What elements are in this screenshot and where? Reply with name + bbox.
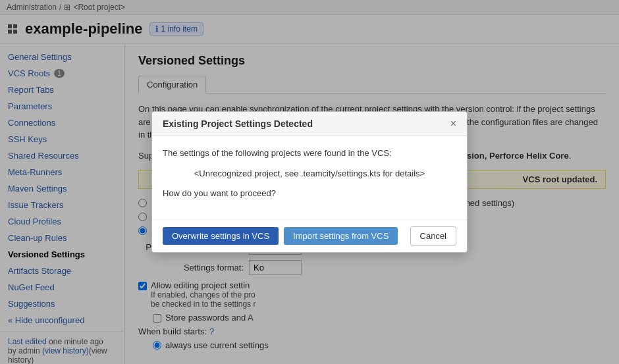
- dialog-project-ref: <Unrecognized project, see .teamcity/set…: [163, 167, 456, 181]
- dialog-proceed-text: How do you want to proceed?: [163, 187, 456, 201]
- dialog-close-button[interactable]: ×: [450, 118, 456, 129]
- dialog: Existing Project Settings Detected × The…: [151, 111, 468, 253]
- dialog-body-line1: The settings of the following projects w…: [163, 147, 456, 161]
- btn-import[interactable]: Import settings from VCS: [284, 227, 398, 245]
- btn-cancel[interactable]: Cancel: [410, 226, 456, 246]
- dialog-body: The settings of the following projects w…: [152, 136, 467, 219]
- dialog-footer: Overwrite settings in VCS Import setting…: [152, 219, 467, 252]
- dialog-title-text: Existing Project Settings Detected: [163, 118, 313, 129]
- btn-overwrite[interactable]: Overwrite settings in VCS: [163, 227, 279, 245]
- dialog-overlay: Existing Project Settings Detected × The…: [0, 0, 619, 364]
- dialog-title-bar: Existing Project Settings Detected ×: [152, 112, 467, 136]
